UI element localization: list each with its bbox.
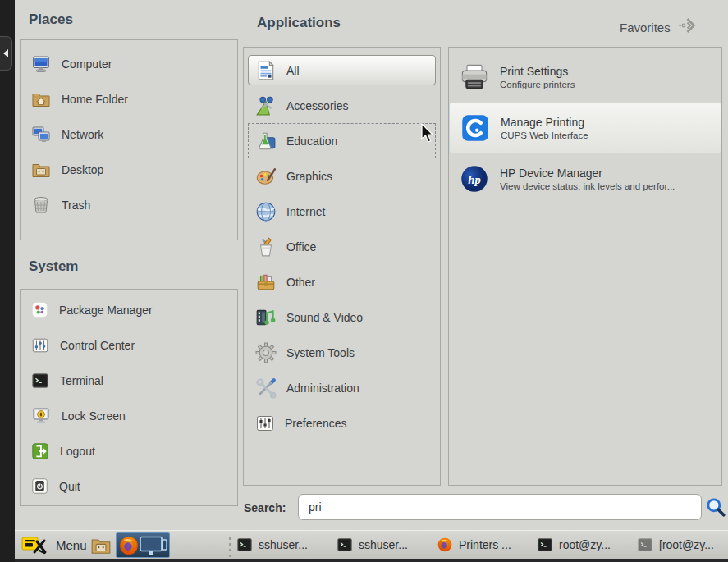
panel-drag-handle[interactable] <box>229 537 231 557</box>
desktop-screen: Places Computer Home Folder Network Desk <box>0 0 728 562</box>
category-education[interactable]: Education <box>248 123 436 158</box>
file-manager-launcher[interactable] <box>90 533 113 557</box>
system-tools-icon <box>255 342 277 363</box>
place-item-label: Computer <box>62 57 112 71</box>
favorites-arrow-icon <box>678 16 698 38</box>
taskbar-window-sshuser-2[interactable]: sshuser... <box>337 537 428 553</box>
category-label: Graphics <box>286 170 332 183</box>
taskbar-window-printers[interactable]: Printers ... <box>437 537 529 553</box>
system-item-label: Terminal <box>60 374 103 387</box>
system-item-terminal[interactable]: Terminal <box>21 363 237 398</box>
taskbar-panel: Menu sshuser... sshuser... <box>15 530 728 559</box>
place-item-label: Home Folder <box>62 93 128 106</box>
taskbar-window-sshuser-1[interactable]: sshuser... <box>236 537 328 553</box>
display-switcher-applet[interactable] <box>116 532 170 558</box>
app-item-subtitle: CUPS Web Interface <box>501 130 588 140</box>
window-title: root@zy... <box>559 538 611 551</box>
places-panel: Computer Home Folder Network Desktop Tra… <box>20 39 238 240</box>
system-item-label: Logout <box>60 445 95 458</box>
firefox-icon <box>437 537 453 553</box>
system-item-quit[interactable]: Quit <box>21 468 237 504</box>
printer-icon <box>460 62 489 92</box>
place-item-label: Desktop <box>62 163 103 176</box>
category-accessories[interactable]: Accessories <box>248 88 436 123</box>
internet-icon <box>255 201 277 222</box>
category-other[interactable]: Other <box>248 264 436 299</box>
app-item-print-settings[interactable]: Print Settings Configure printers <box>449 52 721 103</box>
sound-video-icon <box>255 307 277 328</box>
mint-menu-window: Places Computer Home Folder Network Desk <box>15 0 728 530</box>
window-title: Printers ... <box>459 538 511 551</box>
app-item-subtitle: View device status, ink levels and perfo… <box>500 181 675 191</box>
office-icon <box>255 236 277 258</box>
place-item-network[interactable]: Network <box>21 117 237 152</box>
place-item-label: Trash <box>62 199 90 212</box>
network-icon <box>31 125 51 144</box>
terminal-icon <box>31 372 49 390</box>
results-panel: Print Settings Configure printers Manage… <box>448 47 722 486</box>
system-item-label: Lock Screen <box>62 409 126 423</box>
education-icon <box>255 130 277 152</box>
app-item-title: Manage Printing <box>501 116 588 129</box>
terminal-icon <box>637 537 653 553</box>
place-item-label: Network <box>62 128 103 141</box>
other-icon <box>255 272 277 293</box>
window-title: [root@zy... <box>659 538 714 551</box>
arrow-left-icon <box>2 46 9 61</box>
graphics-icon <box>255 166 277 187</box>
system-item-package-manager[interactable]: Package Manager <box>21 292 237 327</box>
category-system-tools[interactable]: System Tools <box>248 335 436 370</box>
category-sound-video[interactable]: Sound & Video <box>248 299 436 335</box>
place-item-home-folder[interactable]: Home Folder <box>21 81 237 117</box>
category-preferences[interactable]: Preferences <box>248 405 436 441</box>
system-item-label: Quit <box>59 480 80 493</box>
taskbar-window-root[interactable]: root@zy... <box>537 537 629 553</box>
categories-panel: All Accessories Education Graphics Inter… <box>243 47 441 486</box>
terminal-icon <box>537 537 553 553</box>
category-graphics[interactable]: Graphics <box>248 158 436 194</box>
category-label: Office <box>286 240 316 254</box>
favorites-button[interactable]: Favorites <box>620 16 698 38</box>
category-all[interactable]: All <box>248 55 436 85</box>
screen-bottom-edge <box>15 559 728 562</box>
category-label: Accessories <box>286 99 348 112</box>
category-label: System Tools <box>286 346 355 359</box>
app-item-manage-printing[interactable]: Manage Printing CUPS Web Interface <box>449 103 721 153</box>
category-office[interactable]: Office <box>248 229 436 264</box>
category-administration[interactable]: Administration <box>248 370 436 405</box>
firefox-icon <box>118 535 140 556</box>
panel-hide-button[interactable] <box>0 36 12 71</box>
preferences-icon <box>255 414 275 433</box>
place-item-desktop[interactable]: Desktop <box>21 152 237 187</box>
desktop-edge <box>0 0 15 562</box>
category-label: Education <box>286 135 337 148</box>
search-label: Search: <box>244 501 286 514</box>
taskbar-window-root-2[interactable]: [root@zy... <box>637 537 728 553</box>
category-label: Sound & Video <box>286 311 363 324</box>
app-item-hp-device-manager[interactable]: hp HP Device Manager View device status,… <box>449 153 721 204</box>
app-item-title: Print Settings <box>500 65 575 78</box>
app-item-subtitle: Configure printers <box>500 80 575 89</box>
place-item-computer[interactable]: Computer <box>21 46 237 81</box>
system-item-lock-screen[interactable]: Lock Screen <box>21 398 237 433</box>
taskbar-menu-button[interactable]: Menu <box>18 531 90 559</box>
terminal-icon <box>337 537 353 553</box>
applications-title: Applications <box>257 15 341 31</box>
system-item-label: Package Manager <box>59 304 153 317</box>
quit-icon <box>31 477 48 495</box>
app-item-title: HP Device Manager <box>500 167 675 180</box>
mouse-cursor <box>419 123 436 144</box>
system-item-logout[interactable]: Logout <box>21 433 237 468</box>
menu-button-label: Menu <box>56 538 87 552</box>
window-title: sshuser... <box>359 538 408 551</box>
svg-text:hp: hp <box>468 173 480 186</box>
system-title: System <box>29 258 78 275</box>
category-internet[interactable]: Internet <box>248 194 436 229</box>
system-item-control-center[interactable]: Control Center <box>21 327 237 363</box>
search-input[interactable] <box>298 494 702 520</box>
administration-icon <box>255 377 277 399</box>
places-title: Places <box>29 11 73 28</box>
monitors-icon <box>135 535 169 556</box>
system-panel: Package Manager Control Center Terminal … <box>20 289 238 506</box>
place-item-trash[interactable]: Trash <box>21 187 237 222</box>
